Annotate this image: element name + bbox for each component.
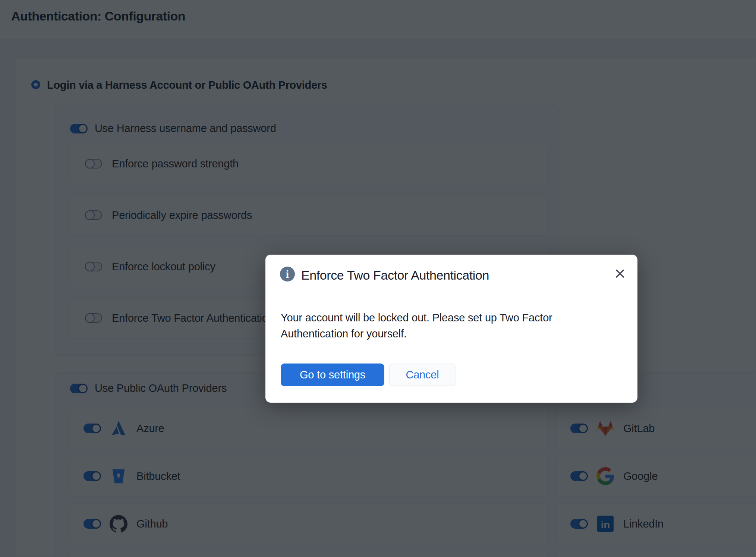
close-icon[interactable] [614, 268, 626, 279]
modal-body-text: Your account will be locked out. Please … [281, 310, 583, 342]
cancel-button[interactable]: Cancel [389, 364, 456, 386]
two-factor-modal: i Enforce Two Factor Authentication Your… [265, 255, 637, 403]
modal-title: Enforce Two Factor Authentication [301, 268, 489, 283]
go-to-settings-button[interactable]: Go to settings [281, 364, 384, 386]
info-icon: i [280, 267, 295, 281]
